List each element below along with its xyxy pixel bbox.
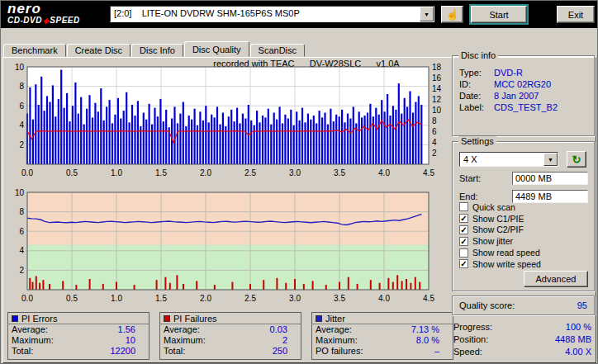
checkbox-show-c1-pie[interactable]: ✓Show C1/PIE — [459, 213, 591, 225]
quality-score-group: Quality score: 95 — [452, 295, 595, 315]
svg-text:2: 2 — [19, 140, 24, 149]
title-bar: nero CD-DVD◆SPEED [2:0] LITE-ON DVDRW SH… — [1, 1, 598, 28]
svg-text:0.5: 0.5 — [66, 294, 78, 303]
advanced-button[interactable]: Advanced — [524, 271, 588, 287]
checkbox-label: Show write speed — [472, 259, 541, 269]
stat-box-pi-failures: PI FailuresAverage:0.03Maximum:2Total:25… — [159, 312, 301, 360]
disc-info-value: CDS_TEST_B2 — [494, 102, 558, 113]
svg-text:10: 10 — [432, 106, 442, 115]
svg-text:3.5: 3.5 — [334, 294, 345, 303]
checkbox-box[interactable]: ✓ — [459, 225, 468, 234]
disc-info-group: Disc info Type:DVD-RID:MCC 02RG20Date:8 … — [452, 55, 595, 136]
progress-row: Progress:100 % — [452, 321, 595, 333]
svg-text:0.0: 0.0 — [21, 294, 33, 303]
checkbox-show-write-speed[interactable]: ✓Show write speed — [459, 258, 591, 270]
progress-value: 100 % — [566, 321, 591, 333]
stat-row: Total:12200 — [8, 346, 149, 357]
checkbox-label: Show read speed — [472, 248, 540, 258]
checkbox-box[interactable]: ✓ — [459, 214, 468, 223]
progress-readout: Progress:100 %Position:4488 MBSpeed:4.00… — [452, 321, 595, 358]
start-position-field[interactable]: 0000 MB — [512, 172, 588, 185]
progress-label: Speed: — [453, 346, 482, 358]
checkbox-show-c2-pif[interactable]: ✓Show C2/PIF — [459, 225, 591, 236]
progress-value: 4.00 X — [565, 346, 591, 358]
checkbox-show-jitter[interactable]: ✓Show jitter — [459, 235, 591, 247]
svg-text:8: 8 — [19, 82, 24, 91]
stat-box-title: Jitter — [325, 314, 345, 324]
checkbox-show-read-speed[interactable]: Show read speed — [459, 247, 591, 258]
diamond-icon: ◆ — [42, 17, 50, 25]
tab-bar: BenchmarkCreate DiscDisc InfoDisc Qualit… — [3, 41, 306, 57]
stat-value: 1.56 — [118, 324, 135, 335]
stat-label: Total: — [12, 346, 33, 357]
checkbox-label: Show C1/PIE — [472, 214, 524, 224]
stat-label: Maximum: — [12, 335, 54, 346]
svg-text:0.0: 0.0 — [21, 168, 33, 177]
tab-create-disc[interactable]: Create Disc — [67, 44, 131, 57]
start-field-label: Start: — [459, 173, 481, 183]
stat-box-header: PI Failures — [160, 313, 301, 324]
stat-row: Maximum:8.0 % — [312, 335, 453, 346]
settings-checkboxes: Quick scan✓Show C1/PIE✓Show C2/PIF✓Show … — [459, 201, 591, 270]
disc-info-row: Date:8 Jan 2007 — [459, 90, 589, 102]
svg-text:3.0: 3.0 — [289, 294, 301, 303]
svg-text:18: 18 — [432, 63, 442, 72]
disc-info-row: Type:DVD-R — [459, 67, 589, 78]
refresh-speeds-button[interactable]: ↻ — [567, 151, 586, 168]
drive-select[interactable]: [2:0] LITE-ON DVDRW SHM-165P6S MS0P ▼ — [110, 6, 434, 22]
nero-logo: nero CD-DVD◆SPEED — [7, 2, 80, 25]
checkbox-box[interactable] — [459, 248, 468, 258]
svg-text:2.0: 2.0 — [200, 294, 211, 303]
stat-row: Maximum:2 — [160, 335, 301, 346]
svg-text:4: 4 — [432, 138, 437, 147]
stat-box-title: PI Errors — [21, 314, 57, 324]
refresh-icon: ↻ — [572, 154, 581, 166]
stat-value: 12200 — [110, 346, 135, 357]
stat-label: Average: — [12, 324, 48, 335]
checkbox-box[interactable]: ✓ — [459, 237, 468, 246]
svg-text:2: 2 — [432, 149, 437, 158]
stat-label: Maximum: — [164, 335, 206, 346]
drive-select-value: [2:0] LITE-ON DVDRW SHM-165P6S MS0P — [111, 7, 420, 21]
svg-text:8: 8 — [19, 207, 24, 216]
svg-text:4: 4 — [19, 121, 24, 130]
eject-tray-button[interactable]: ☝ — [441, 6, 463, 23]
stat-label: Total: — [164, 346, 185, 357]
hand-icon: ☝ — [445, 8, 458, 21]
progress-row: Position:4488 MB — [452, 333, 595, 346]
start-button[interactable]: Start — [471, 6, 527, 23]
product-right: SPEED — [50, 16, 79, 25]
disc-info-label: Label: — [459, 102, 494, 113]
checkbox-label: Show jitter — [472, 236, 513, 246]
svg-text:2.0: 2.0 — [200, 168, 211, 177]
stat-box-jitter: JitterAverage:7.13 %Maximum:8.0 %PO fail… — [311, 312, 453, 360]
quality-score-label: Quality score: — [459, 300, 515, 310]
chevron-down-icon[interactable]: ▼ — [420, 7, 434, 21]
disc-info-value: DVD-R — [494, 67, 523, 78]
stat-value: 0.03 — [270, 324, 287, 335]
svg-text:1.5: 1.5 — [155, 168, 167, 177]
progress-label: Progress: — [453, 321, 492, 333]
svg-text:6: 6 — [19, 227, 24, 236]
disc-info-label: Type: — [459, 67, 494, 78]
tab-disc-quality[interactable]: Disc Quality — [184, 41, 249, 57]
stat-value: 10 — [126, 335, 135, 346]
tab-benchmark[interactable]: Benchmark — [3, 44, 66, 57]
checkbox-label: Show C2/PIF — [472, 225, 524, 234]
chevron-down-icon[interactable]: ▼ — [543, 153, 558, 166]
exit-button[interactable]: Exit — [557, 6, 595, 23]
pi-failures-legend-swatch — [164, 315, 170, 322]
tab-disc-info[interactable]: Disc Info — [131, 44, 183, 57]
stat-value: 250 — [273, 346, 287, 357]
svg-text:4.0: 4.0 — [378, 294, 390, 303]
checkbox-box[interactable] — [459, 202, 468, 211]
tab-scandisc[interactable]: ScanDisc — [250, 44, 305, 57]
checkbox-quick-scan[interactable]: Quick scan — [459, 201, 591, 213]
settings-group: Settings 4 X ▼ ↻ Start: 0000 MB End: 448… — [452, 141, 595, 291]
svg-text:1.5: 1.5 — [155, 294, 167, 303]
jitter-legend-swatch — [316, 315, 322, 322]
stat-box-title: PI Failures — [173, 314, 217, 324]
svg-text:1.0: 1.0 — [111, 294, 122, 303]
checkbox-box[interactable]: ✓ — [459, 259, 468, 268]
speed-select[interactable]: 4 X ▼ — [459, 152, 558, 167]
